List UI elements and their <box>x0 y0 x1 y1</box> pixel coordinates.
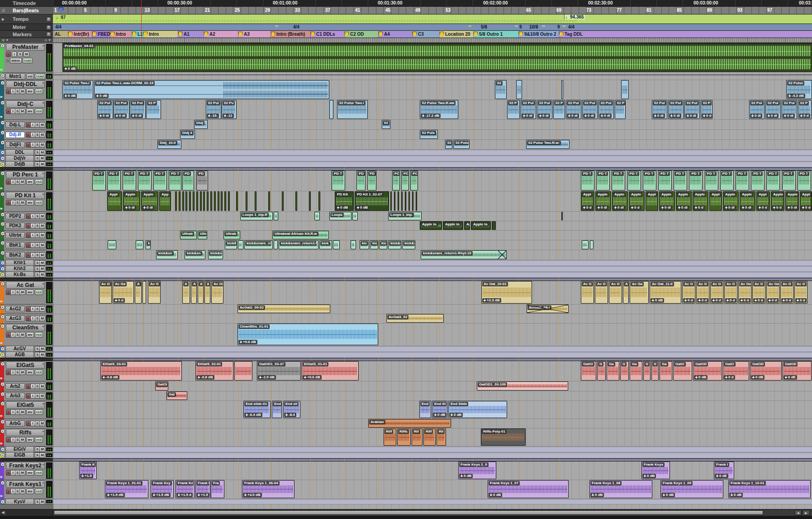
marker-label[interactable]: C3 <box>418 32 424 37</box>
automation-mode-button[interactable]: read <box>35 74 45 79</box>
mute-button[interactable]: M <box>39 306 45 312</box>
track-lane-kysv[interactable] <box>53 499 812 505</box>
audio-clip[interactable]: 02 <box>382 120 390 129</box>
audio-clip[interactable]: Ultrab <box>223 231 240 239</box>
audio-clip[interactable]: Frank K+1.5 <box>195 480 210 498</box>
automation-mode-button[interactable]: red <box>35 332 43 338</box>
audio-clip[interactable]: Appl <box>107 191 122 211</box>
collapse-icon[interactable]: ▼ <box>0 419 5 424</box>
audio-clip[interactable] <box>561 80 563 99</box>
mute-button[interactable]: M <box>39 132 45 138</box>
solo-button[interactable]: S <box>18 52 23 57</box>
mute-button[interactable]: M <box>39 266 45 271</box>
marker-label[interactable]: C2 OD <box>350 32 364 37</box>
audio-clip[interactable] <box>561 212 563 220</box>
audio-clip[interactable]: 02 Pul0 dl <box>130 100 146 119</box>
track-name[interactable]: Arb3 <box>5 393 25 399</box>
audio-clip[interactable]: GatOD0 dB <box>750 361 782 381</box>
view-icon[interactable]: ☰ <box>2 38 5 42</box>
audio-clip[interactable] <box>200 191 202 211</box>
expand-icon[interactable]: ▶ <box>0 341 3 345</box>
audio-clip[interactable] <box>274 240 278 249</box>
audio-clip[interactable] <box>185 191 187 211</box>
audio-clip[interactable] <box>394 191 395 211</box>
marker-label[interactable]: C1 DDLs <box>316 32 335 37</box>
audio-clip[interactable]: Apple0 d <box>693 191 708 211</box>
clock-icon[interactable]: ◷ <box>6 59 9 63</box>
audio-clip[interactable]: Ac G <box>99 281 112 304</box>
audio-clip[interactable]: Ac G <box>148 281 161 304</box>
collapse-icon[interactable]: ▼ <box>0 100 5 105</box>
ruler-label-meter[interactable]: Meter + <box>0 24 53 31</box>
mute-button[interactable]: M <box>39 223 45 229</box>
audio-clip[interactable] <box>268 191 270 211</box>
audio-clip[interactable]: Ac G0 d <box>752 281 765 304</box>
mute-button[interactable]: M <box>39 162 45 167</box>
audio-clip[interactable]: Fra <box>211 480 224 498</box>
track-name[interactable]: Didj-C <box>6 100 45 108</box>
audio-clip[interactable]: G <box>651 361 659 381</box>
expand-icon[interactable]: ▶ <box>0 376 3 380</box>
marker-label[interactable]: Intr(Br) <box>74 32 89 37</box>
track-name[interactable]: ElGat5 <box>6 401 45 409</box>
audio-clip[interactable]: Riffs-Poly-01 <box>481 429 526 446</box>
audio-clip[interactable]: kick&sn <box>156 250 178 259</box>
chevron-down-icon[interactable]: ▼ <box>5 38 9 42</box>
track-name[interactable]: KysV <box>5 499 34 505</box>
track-lane-pd-perc1[interactable]: PD TPD TPD TPD TPD TPD TPDPDPD TPDPDPCPC… <box>53 171 812 191</box>
track-lane-acg2[interactable]: AcGat2_09-02AcGat2_08-( <box>53 305 812 314</box>
audio-clip[interactable]: 02 Puls <box>420 130 438 139</box>
track-lane-ddjvr[interactable] <box>53 156 812 162</box>
audio-clip[interactable]: Ac G0 d <box>794 281 807 304</box>
mute-button[interactable]: M <box>39 384 45 389</box>
track-name[interactable]: Clean5ths <box>6 324 45 331</box>
audio-clip[interactable]: 02 Pul0 dl <box>668 100 684 119</box>
audio-clip[interactable]: 02 P <box>507 100 520 119</box>
track-lane-frank-keys1[interactable]: Frank Keys 1_01-01+1.5 dBFrank Key+1.5 d… <box>53 480 812 499</box>
audio-clip[interactable]: 02 P <box>615 100 626 119</box>
audio-clip[interactable]: kick&s <box>402 240 415 249</box>
audio-clip[interactable] <box>352 212 358 220</box>
collapse-icon[interactable]: ▼ <box>0 382 5 386</box>
audio-clip[interactable]: PD <box>367 171 376 190</box>
add-meter-button[interactable]: + <box>46 25 51 30</box>
audio-clip[interactable]: Clean5ths_01-01+0.6 dB <box>237 324 378 345</box>
track-lane-ddj-r[interactable]: Didj 402 Puls <box>53 130 812 140</box>
mute-button[interactable]: M <box>19 489 25 494</box>
audio-clip[interactable]: 02 Pul0 dl <box>765 100 781 119</box>
track-name[interactable]: Ddj-R <box>5 132 25 138</box>
meter-value-label[interactable]: 9 <box>519 24 522 29</box>
track-name[interactable]: DdjVr <box>5 156 34 162</box>
ruler-label-tempo[interactable]: ▶ Tempo + <box>0 14 53 24</box>
track-lane-didj-c[interactable]: 02 Pul0 dl02 Pul0 dl02 Pul0 dl02 P02 Pul… <box>53 100 812 120</box>
meter-value-label[interactable]: 10/8 <box>529 24 538 29</box>
audio-clip[interactable]: PD T <box>123 171 136 190</box>
audio-clip[interactable]: 02 P <box>146 100 161 119</box>
audio-clip[interactable]: GatOD0 dB <box>693 361 722 381</box>
mute-button[interactable]: M <box>39 142 45 148</box>
collapse-icon[interactable]: ▼ <box>0 401 5 406</box>
ruler-area[interactable]: 00:00:00:0000:00:30:0000:01:00:0000:01:3… <box>53 0 812 43</box>
automation-mode-button[interactable]: red <box>35 409 43 415</box>
audio-clip[interactable]: 02 Pul0 dl <box>521 100 536 119</box>
collapse-icon[interactable]: ▼ <box>0 272 5 277</box>
meter-ruler[interactable]: 4/44/45/8910/894/4▾▾▾▾▾▾▾▾▾▾ <box>53 24 812 31</box>
input-monitor-button[interactable]: I <box>12 52 17 57</box>
track-name[interactable]: AcG3 <box>5 315 25 322</box>
audio-clip[interactable]: 02 Pul0 dl <box>598 100 614 119</box>
audio-clip[interactable] <box>255 191 256 211</box>
marker-label[interactable]: 9&10/8 Outro 2 <box>524 32 556 37</box>
mute-button[interactable]: M <box>39 346 45 352</box>
subdivision-ruler[interactable] <box>53 38 812 43</box>
audio-clip[interactable]: Frank Keys 1_01-01+1.5 dB <box>105 480 148 498</box>
track-lane-didj-ddl[interactable]: 02 Pulse Two.l0 dB02 Pulse Two.L.wav-DCR… <box>53 80 812 100</box>
collapse-icon[interactable]: ▼ <box>0 447 5 452</box>
track-lane-ddjb[interactable] <box>53 162 812 167</box>
audio-clip[interactable]: Appl0 d <box>581 191 594 211</box>
audio-clip[interactable] <box>246 191 247 211</box>
waveform-view-button[interactable]: wv <box>26 409 34 415</box>
mute-button[interactable]: M <box>39 156 45 161</box>
marker-label[interactable]: AL <box>55 32 61 37</box>
meter-change-icon[interactable]: ▾▾ <box>275 24 278 28</box>
track-name[interactable]: Didj-DDL <box>6 81 45 88</box>
